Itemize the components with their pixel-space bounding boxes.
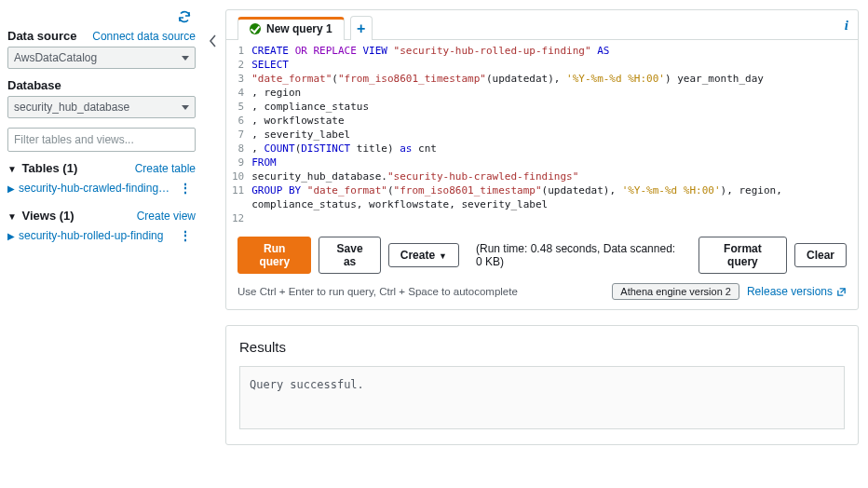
code-editor[interactable]: 1 2 3 4 5 6 7 8 9 10 11 12 CREATE OR REP…: [226, 39, 858, 227]
run-query-button[interactable]: Run query: [237, 237, 311, 274]
results-title: Results: [239, 339, 845, 355]
create-view-link[interactable]: Create view: [137, 210, 196, 223]
release-versions-link[interactable]: Release versions: [747, 285, 847, 298]
database-label: Database: [7, 78, 196, 92]
clear-button[interactable]: Clear: [794, 243, 847, 267]
format-query-button[interactable]: Format query: [698, 237, 787, 274]
info-icon[interactable]: i: [845, 18, 848, 34]
editor-panel: i New query 1 + 1 2 3 4 5 6 7 8 9 10 11 …: [225, 9, 859, 310]
create-dropdown-button[interactable]: Create▼: [388, 243, 459, 267]
view-menu-icon[interactable]: ⋮: [175, 228, 196, 243]
database-select[interactable]: security_hub_database: [7, 96, 196, 118]
line-gutter: 1 2 3 4 5 6 7 8 9 10 11 12: [232, 44, 251, 225]
view-item[interactable]: security-hub-rolled-up-finding: [19, 229, 175, 242]
tab-label: New query 1: [266, 22, 332, 35]
connect-data-source-link[interactable]: Connect data source: [92, 30, 196, 43]
main: i New query 1 + 1 2 3 4 5 6 7 8 9 10 11 …: [224, 0, 868, 488]
caret-right-icon[interactable]: ▶: [7, 231, 15, 241]
table-item[interactable]: security-hub-crawled-findings (Partiti..…: [19, 182, 175, 195]
hint-text: Use Ctrl + Enter to run query, Ctrl + Sp…: [237, 286, 518, 297]
data-source-select[interactable]: AwsDataCatalog: [7, 47, 196, 69]
refresh-icon[interactable]: [177, 9, 192, 24]
data-source-value: AwsDataCatalog: [14, 51, 97, 64]
engine-version-pill[interactable]: Athena engine version 2: [612, 283, 739, 300]
caret-down-icon[interactable]: ▼: [7, 164, 17, 174]
tab-strip: New query 1 +: [226, 10, 858, 40]
caret-right-icon[interactable]: ▶: [7, 183, 15, 194]
tab-query-1[interactable]: New query 1: [237, 17, 345, 40]
sidebar: Data source Connect data source AwsDataC…: [0, 0, 203, 488]
database-value: security_hub_database: [14, 101, 129, 114]
external-link-icon: [836, 287, 847, 297]
collapse-sidebar-button[interactable]: [203, 0, 224, 488]
results-output: Query successful.: [239, 366, 845, 429]
table-menu-icon[interactable]: ⋮: [175, 181, 196, 196]
caret-down-icon[interactable]: ▼: [7, 211, 17, 222]
results-panel: Results Query successful.: [225, 325, 859, 445]
data-source-label: Data source: [7, 29, 76, 43]
views-header: Views (1): [22, 209, 75, 223]
action-bar: Run query Save as Create▼ (Run time: 0.4…: [226, 227, 858, 283]
filter-tables-input[interactable]: [7, 128, 196, 152]
tables-header: Tables (1): [22, 161, 78, 175]
table-row: ▶ security-hub-crawled-findings (Partiti…: [7, 179, 196, 203]
success-check-icon: [250, 23, 261, 34]
save-as-button[interactable]: Save as: [319, 237, 380, 274]
code-content[interactable]: CREATE OR REPLACE VIEW "security-hub-rol…: [251, 44, 848, 225]
run-status-text: (Run time: 0.48 seconds, Data scanned: 0…: [476, 242, 684, 268]
add-tab-button[interactable]: +: [350, 16, 373, 40]
create-label: Create: [400, 249, 435, 262]
hint-row: Use Ctrl + Enter to run query, Ctrl + Sp…: [226, 283, 858, 309]
view-row: ▶ security-hub-rolled-up-finding ⋮: [7, 226, 196, 251]
create-table-link[interactable]: Create table: [135, 162, 196, 175]
chevron-down-icon: ▼: [439, 251, 447, 261]
